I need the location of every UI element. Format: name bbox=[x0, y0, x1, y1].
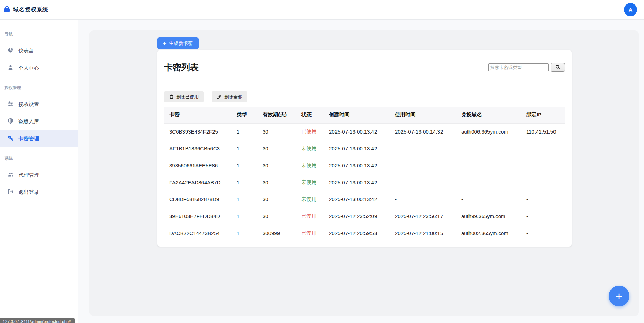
cell-created: 2025-07-13 00:13:42 bbox=[324, 191, 390, 208]
status-badge: 未使用 bbox=[296, 174, 324, 191]
table-row: 39E6103E7FEDD84D 1 30 已使用 2025-07-12 23:… bbox=[164, 208, 565, 225]
delete-used-label: 删除已使用 bbox=[176, 94, 199, 100]
sidebar-item-card-keys[interactable]: 卡密管理 bbox=[0, 130, 78, 147]
cell-days: 30 bbox=[257, 191, 296, 208]
cell-domain: - bbox=[456, 191, 521, 208]
cell-domain: auth006.365ym.com bbox=[456, 123, 521, 140]
shield-icon bbox=[8, 118, 13, 125]
col-ip: 绑定IP bbox=[521, 107, 565, 123]
sidebar-item-label: 退出登录 bbox=[18, 189, 39, 196]
cell-ip: - bbox=[521, 208, 565, 225]
cell-ip: - bbox=[521, 191, 565, 208]
sidebar-item-piracy[interactable]: 盗版入库 bbox=[0, 113, 78, 130]
plus-icon: + bbox=[163, 40, 166, 47]
table-row: 393560661AEE5E86 1 30 未使用 2025-07-13 00:… bbox=[164, 157, 565, 174]
sidebar-item-logout[interactable]: 退出登录 bbox=[0, 184, 78, 201]
nav-section-label: 系统 bbox=[0, 156, 78, 162]
col-created: 创建时间 bbox=[324, 107, 390, 123]
cell-ip: 110.42.51.50 bbox=[521, 123, 565, 140]
cell-created: 2025-07-13 00:13:42 bbox=[324, 174, 390, 191]
cell-ip: - bbox=[521, 225, 565, 242]
cell-key: 393560661AEE5E86 bbox=[164, 157, 231, 174]
sidebar-item-agents[interactable]: 代理管理 bbox=[0, 166, 78, 184]
cell-type: 1 bbox=[231, 225, 257, 242]
table-row: DACB72C14473B254 1 300999 已使用 2025-07-12… bbox=[164, 225, 565, 242]
status-badge: 未使用 bbox=[296, 157, 324, 174]
cell-used: 2025-07-12 23:56:17 bbox=[390, 208, 456, 225]
col-type: 类型 bbox=[231, 107, 257, 123]
browser-status-url: 127.0.0.1:8111/admin/protected.php# bbox=[0, 318, 75, 323]
table-row: FA2A42EAD864AB7D 1 30 未使用 2025-07-13 00:… bbox=[164, 174, 565, 191]
cell-days: 30 bbox=[257, 123, 296, 140]
table-toolbar: 删除已使用 删除全部 bbox=[157, 85, 572, 107]
sidebar-item-label: 个人中心 bbox=[18, 65, 39, 71]
card-key-list-card: 卡密列表 bbox=[157, 50, 572, 247]
pie-chart-icon bbox=[8, 47, 13, 54]
avatar[interactable]: A bbox=[624, 3, 637, 16]
user-icon bbox=[8, 65, 13, 71]
cell-domain: - bbox=[456, 174, 521, 191]
status-badge: 已使用 bbox=[296, 123, 324, 140]
search-icon bbox=[555, 65, 560, 71]
sidebar-item-dashboard[interactable]: 仪表盘 bbox=[0, 42, 78, 59]
sliders-icon bbox=[8, 101, 13, 108]
cell-domain: - bbox=[456, 140, 521, 157]
cell-key: CD8DF581682878D9 bbox=[164, 191, 231, 208]
sidebar-item-auth-settings[interactable]: 授权设置 bbox=[0, 96, 78, 113]
app-header: 域名授权系统 A bbox=[0, 0, 644, 20]
generate-key-button[interactable]: + 生成新卡密 bbox=[157, 37, 199, 49]
users-icon bbox=[8, 172, 14, 178]
cell-type: 1 bbox=[231, 140, 257, 157]
table-row: AF1B1B1836CB56C3 1 30 未使用 2025-07-13 00:… bbox=[164, 140, 565, 157]
cell-created: 2025-07-13 00:13:42 bbox=[324, 157, 390, 174]
nav-section-navigation: 导航 仪表盘 个人中心 bbox=[0, 31, 78, 77]
sidebar-item-label: 代理管理 bbox=[19, 172, 39, 178]
cell-used: - bbox=[390, 191, 456, 208]
brand: 域名授权系统 bbox=[0, 6, 48, 14]
cell-type: 1 bbox=[231, 191, 257, 208]
lock-icon bbox=[4, 6, 10, 14]
cell-type: 1 bbox=[231, 208, 257, 225]
table-row: CD8DF581682878D9 1 30 未使用 2025-07-13 00:… bbox=[164, 191, 565, 208]
cell-ip: - bbox=[521, 174, 565, 191]
main-content: + 生成新卡密 卡密列表 bbox=[78, 20, 644, 323]
sidebar-item-label: 授权设置 bbox=[18, 101, 39, 108]
cell-days: 300999 bbox=[257, 225, 296, 242]
cell-domain: auth002.365ym.com bbox=[456, 225, 521, 242]
trash-icon bbox=[169, 94, 174, 100]
cell-ip: - bbox=[521, 140, 565, 157]
cell-days: 30 bbox=[257, 174, 296, 191]
fab-add-button[interactable]: + bbox=[609, 286, 629, 306]
search-button[interactable] bbox=[551, 63, 565, 72]
status-badge: 未使用 bbox=[296, 191, 324, 208]
cell-days: 30 bbox=[257, 140, 296, 157]
cell-days: 30 bbox=[257, 208, 296, 225]
delete-used-button[interactable]: 删除已使用 bbox=[164, 91, 204, 102]
sidebar-item-label: 盗版入库 bbox=[18, 118, 39, 125]
status-badge: 未使用 bbox=[296, 140, 324, 157]
col-used: 使用时间 bbox=[390, 107, 456, 123]
generate-key-label: 生成新卡密 bbox=[169, 40, 193, 47]
nav-section-system: 系统 代理管理 退出登录 bbox=[0, 156, 78, 201]
cell-domain: - bbox=[456, 157, 521, 174]
search-input[interactable] bbox=[488, 63, 549, 71]
search-bar bbox=[488, 63, 565, 72]
col-days: 有效期(天) bbox=[257, 107, 296, 123]
cell-key: AF1B1B1836CB56C3 bbox=[164, 140, 231, 157]
brush-icon bbox=[217, 94, 222, 100]
key-icon bbox=[8, 135, 13, 142]
cell-days: 30 bbox=[257, 157, 296, 174]
cell-domain: auth99.365ym.com bbox=[456, 208, 521, 225]
cell-ip: - bbox=[521, 157, 565, 174]
card-key-table: 卡密 类型 有效期(天) 状态 创建时间 使用时间 兑换域名 绑定IP 3C6B… bbox=[164, 107, 565, 242]
cell-created: 2025-07-13 00:13:42 bbox=[324, 123, 390, 140]
col-status: 状态 bbox=[296, 107, 324, 123]
status-badge: 已使用 bbox=[296, 208, 324, 225]
delete-all-button[interactable]: 删除全部 bbox=[212, 91, 247, 102]
cell-created: 2025-07-12 23:52:09 bbox=[324, 208, 390, 225]
sidebar-item-label: 仪表盘 bbox=[18, 48, 34, 54]
cell-type: 1 bbox=[231, 123, 257, 140]
sidebar-item-profile[interactable]: 个人中心 bbox=[0, 59, 78, 77]
status-badge: 已使用 bbox=[296, 225, 324, 242]
cell-type: 1 bbox=[231, 157, 257, 174]
